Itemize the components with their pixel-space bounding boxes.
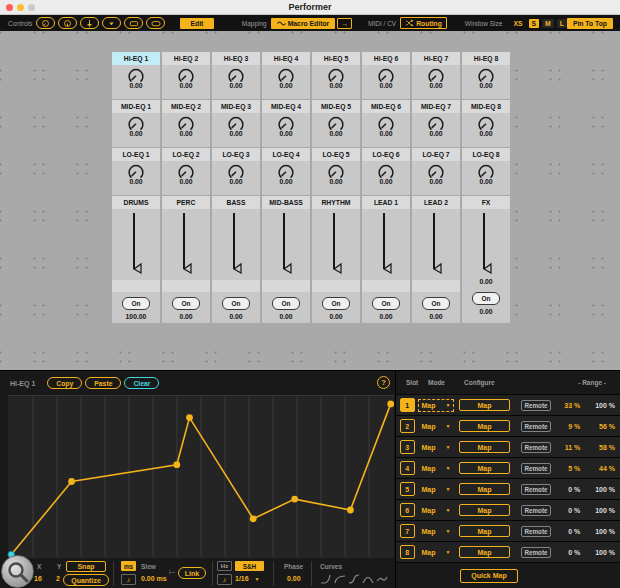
range-min-value[interactable]: 0 % xyxy=(551,486,580,493)
on-button[interactable]: On xyxy=(422,297,450,310)
mode-dropdown[interactable]: Map▼ xyxy=(420,443,453,452)
range-min-value[interactable]: 9 % xyxy=(551,423,580,430)
knob-value[interactable]: 0.00 xyxy=(129,178,142,185)
macro-label[interactable]: MID-EQ 8 xyxy=(462,100,510,113)
phase-value[interactable]: 0.00 xyxy=(287,575,301,582)
knob-value[interactable]: 0.00 xyxy=(379,178,392,185)
range-min-value[interactable]: 0 % xyxy=(551,528,580,535)
knob-value[interactable]: 0.00 xyxy=(479,178,492,185)
fader-slider[interactable] xyxy=(174,211,198,279)
on-button[interactable]: On xyxy=(472,292,500,305)
knob-value[interactable]: 0.00 xyxy=(279,82,292,89)
channel-value[interactable]: 100.00 xyxy=(126,313,147,320)
slot-number[interactable]: 6 xyxy=(400,503,415,517)
slot-number[interactable]: 8 xyxy=(400,545,415,559)
macro-label[interactable]: LO-EQ 5 xyxy=(312,148,360,161)
macro-label[interactable]: Hi-EQ 3 xyxy=(212,52,260,65)
button-control-button[interactable] xyxy=(124,17,143,29)
macro-label[interactable]: MID-EQ 7 xyxy=(412,100,460,113)
macro-label[interactable]: LO-EQ 8 xyxy=(462,148,510,161)
help-button[interactable]: ? xyxy=(377,376,390,389)
fader-value-box[interactable] xyxy=(412,280,460,292)
fader-value-box[interactable]: 0.00 xyxy=(462,275,510,287)
macro-label[interactable]: Hi-EQ 4 xyxy=(262,52,310,65)
macro-label[interactable]: LO-EQ 7 xyxy=(412,148,460,161)
range-max-value[interactable]: 100 % xyxy=(580,528,615,535)
channel-value[interactable]: 0.00 xyxy=(479,308,492,315)
fader-slider[interactable] xyxy=(324,211,348,279)
range-max-value[interactable]: 58 % xyxy=(580,444,615,451)
map-button[interactable]: Map xyxy=(459,462,509,474)
knob-value[interactable]: 0.00 xyxy=(379,130,392,137)
zoom-button[interactable] xyxy=(28,4,35,11)
macro-label[interactable]: Hi-EQ 6 xyxy=(362,52,410,65)
macro-label[interactable]: MID-EQ 3 xyxy=(212,100,260,113)
curve-convex-icon[interactable] xyxy=(334,574,346,585)
remote-button[interactable]: Remote xyxy=(521,505,552,516)
knob-value[interactable]: 0.00 xyxy=(279,130,292,137)
knob-value[interactable]: 0.00 xyxy=(329,130,342,137)
fader-value-box[interactable] xyxy=(112,280,160,292)
remote-button[interactable]: Remote xyxy=(521,442,552,453)
range-min-value[interactable]: 33 % xyxy=(551,402,580,409)
remote-button[interactable]: Remote xyxy=(521,421,552,432)
copy-button[interactable]: Copy xyxy=(47,377,82,389)
dropdown-control-button[interactable] xyxy=(102,17,121,29)
fader-slider[interactable] xyxy=(124,211,148,279)
close-button[interactable] xyxy=(6,4,13,11)
channel-value[interactable]: 0.00 xyxy=(279,313,292,320)
routing-button[interactable]: Routing xyxy=(400,17,447,29)
map-button[interactable]: Map xyxy=(459,546,509,558)
toggle-control-button[interactable] xyxy=(146,17,165,29)
knob-value[interactable]: 0.00 xyxy=(229,130,242,137)
slew-value[interactable]: 0.00 ms xyxy=(141,575,167,582)
knob-value[interactable]: 0.00 xyxy=(279,178,292,185)
map-button[interactable]: Map xyxy=(459,525,509,537)
macro-label[interactable]: LO-EQ 4 xyxy=(262,148,310,161)
channel-value[interactable]: 0.00 xyxy=(379,313,392,320)
mode-dropdown[interactable]: Map▼ xyxy=(420,485,453,494)
knob-value[interactable]: 0.00 xyxy=(429,82,442,89)
channel-value[interactable]: 0.00 xyxy=(179,313,192,320)
edit-button[interactable]: Edit xyxy=(180,18,214,29)
rate-dropdown[interactable]: 1/16 ▼ xyxy=(235,575,259,582)
channel-value[interactable]: 0.00 xyxy=(329,313,342,320)
ms-mode-button[interactable]: ms xyxy=(121,561,136,571)
note-sync-button[interactable]: ♪ xyxy=(121,574,136,585)
fader-slider[interactable] xyxy=(274,211,298,279)
range-max-value[interactable]: 44 % xyxy=(580,465,615,472)
macro-label[interactable]: Hi-EQ 2 xyxy=(162,52,210,65)
slot-number[interactable]: 5 xyxy=(400,482,415,496)
knob-control-button[interactable] xyxy=(58,17,77,29)
dial-control-button[interactable] xyxy=(36,17,55,29)
fader-value-box[interactable] xyxy=(312,280,360,292)
fader-slider[interactable] xyxy=(474,211,498,279)
mode-dropdown[interactable]: Map▼ xyxy=(420,464,453,473)
knob-value[interactable]: 0.00 xyxy=(329,82,342,89)
mode-dropdown[interactable]: Map▼ xyxy=(420,506,453,515)
knob-value[interactable]: 0.00 xyxy=(129,82,142,89)
fader-control-button[interactable] xyxy=(80,17,99,29)
size-option-s[interactable]: S xyxy=(529,19,540,28)
curve-dome-icon[interactable] xyxy=(362,574,374,585)
macro-label[interactable]: MID-EQ 5 xyxy=(312,100,360,113)
fader-slider[interactable] xyxy=(424,211,448,279)
remote-button[interactable]: Remote xyxy=(521,547,552,558)
knob-value[interactable]: 0.00 xyxy=(479,82,492,89)
range-max-value[interactable]: 100 % xyxy=(580,402,615,409)
slot-number[interactable]: 7 xyxy=(400,524,415,538)
on-button[interactable]: On xyxy=(372,297,400,310)
curve-editor[interactable] xyxy=(8,395,394,558)
macro-label[interactable]: LO-EQ 1 xyxy=(112,148,160,161)
curve-wave-icon[interactable] xyxy=(376,574,388,585)
range-max-value[interactable]: 100 % xyxy=(580,486,615,493)
quick-map-button[interactable]: Quick Map xyxy=(460,569,518,583)
macro-label[interactable]: LO-EQ 3 xyxy=(212,148,260,161)
curve-ramp-icon[interactable] xyxy=(320,574,332,585)
macro-editor-button[interactable]: Macro Editor xyxy=(271,18,336,29)
slot-number[interactable]: 1 xyxy=(400,398,415,412)
range-min-value[interactable]: 0 % xyxy=(551,507,580,514)
knob-value[interactable]: 0.00 xyxy=(429,178,442,185)
on-button[interactable]: On xyxy=(172,297,200,310)
knob-value[interactable]: 0.00 xyxy=(229,82,242,89)
